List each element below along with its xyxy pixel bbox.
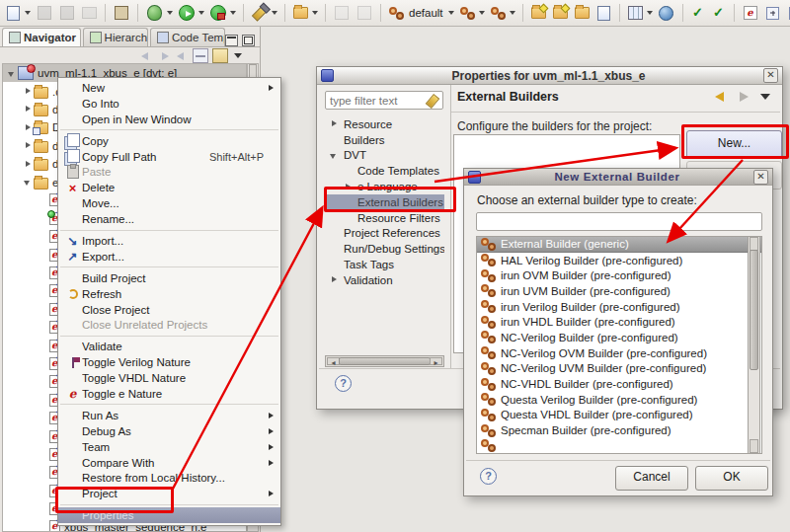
menu-item-run-as[interactable]: Run As [58,408,280,423]
menu-item-toggle-verilog-nature[interactable]: Toggle Verilog Nature [58,354,280,370]
expander-collapsed-icon[interactable] [23,104,34,114]
menu-item-properties[interactable]: Properties [58,507,280,523]
properties-dialog-titlebar[interactable]: Properties for uvm_ml-1.1_xbus_e ✕ [317,67,782,85]
menu-item-toggle-vhdl-nature[interactable]: Toggle VHDL Nature [58,370,280,386]
minimize-icon[interactable] [225,35,238,46]
ant-build-button[interactable] [112,3,131,23]
menu-item-new[interactable]: New [58,80,280,96]
link-editor-icon[interactable] [212,48,228,63]
expander-expanded-icon[interactable] [23,177,34,188]
properties-tree-item-external-builders[interactable]: External Builders [325,194,444,210]
expander-expanded-icon[interactable] [7,68,18,79]
help-button[interactable]: ? [335,375,352,392]
tab-code-templ[interactable]: Code Templ [150,28,225,46]
properties-tree-item-resource-filters[interactable]: Resource Filters [325,210,444,226]
close-icon[interactable]: ✕ [753,170,768,185]
builder-type-item[interactable]: irun UVM Builder (pre-configured) [477,283,761,299]
external-tools-button[interactable] [208,3,237,23]
menu-item-paste[interactable]: Paste [58,164,280,180]
builder-type-item[interactable]: NC-Verilog UVM Builder (pre-configured) [477,361,761,377]
menu-item-rename[interactable]: Rename... [58,211,280,227]
properties-tree-item-run-debug-settings[interactable]: Run/Debug Settings [325,241,444,257]
menu-item-toggle-e-nature[interactable]: eToggle e Nature [58,386,280,402]
builder-type-filter-input[interactable] [476,212,762,231]
builder-type-item[interactable]: Questa VHDL Builder (pre-configured) [477,408,761,423]
nav-forward-icon[interactable] [157,49,171,62]
ovm-check-button[interactable]: ✓ [710,4,728,22]
menu-item-team[interactable]: Team [58,439,280,455]
builder-type-list[interactable]: External Builder (generic)HAL Verilog Bu… [476,236,762,454]
chevron-down-icon[interactable] [272,11,277,15]
properties-tree-item-builders[interactable]: Builders [325,132,444,148]
menu-item-restore-from-local-history[interactable]: Restore from Local History... [58,470,280,486]
builder-type-item[interactable]: External Builder (generic) [477,237,761,253]
chevron-down-icon[interactable] [25,11,31,15]
expand-box-button[interactable] [763,3,783,23]
menu-item-validate[interactable]: Validate [58,339,280,354]
properties-tree-item-validation[interactable]: Validation [325,272,444,288]
filter-input[interactable] [325,91,443,110]
builder-type-item[interactable]: Questa Verilog Builder (pre-configured) [477,392,761,408]
view-menu-icon[interactable] [232,49,246,62]
builder-type-item[interactable] [477,438,761,454]
chevron-down-icon[interactable] [510,11,515,15]
view-menu-icon[interactable] [758,91,774,103]
menu-item-copy[interactable]: Copy [58,133,280,149]
forward-arrow-icon[interactable] [737,91,752,103]
cancel-button[interactable]: Cancel [615,466,688,491]
menu-item-build-project[interactable]: Build Project [58,270,280,286]
maximize-icon[interactable] [242,35,255,46]
builder-type-item[interactable]: NC-Verilog OVM Builder (pre-configured) [477,345,761,361]
properties-tree-item-e-language[interactable]: e Language [325,179,444,194]
chevron-down-icon[interactable] [230,11,236,15]
search-button[interactable] [250,4,278,23]
collapse-all-icon[interactable] [193,48,208,63]
scroll-down-icon[interactable] [750,439,758,453]
new-file-button[interactable] [594,4,613,23]
back-arrow-icon[interactable] [715,91,731,103]
tab-hierarchy[interactable]: Hierarchy [83,28,148,46]
scroll-right-icon[interactable]: ▸ [430,357,442,365]
menu-item-refresh[interactable]: Refresh [58,286,280,302]
expander-icon[interactable] [329,118,340,129]
diagram-button[interactable] [626,3,654,23]
uvm-check-button[interactable]: ✓ [689,4,707,22]
run-button[interactable] [177,3,205,23]
ok-button[interactable]: OK [695,466,768,491]
builder-type-item[interactable]: irun Verilog Builder (pre-configured) [477,299,761,315]
menu-item-import[interactable]: ↘Import... [58,233,280,249]
builder-type-item[interactable]: NC-Verilog Builder (pre-configured) [477,330,761,345]
builder-type-item[interactable]: irun VHDL Builder (pre-configured) [477,314,761,330]
menu-item-open-in-new-window[interactable]: Open in New Window [58,112,280,127]
expander-collapsed-icon[interactable] [23,140,34,151]
nav-back-icon[interactable] [139,49,153,62]
expander-collapsed-icon[interactable] [23,86,34,97]
menu-item-debug-as[interactable]: Debug As [58,423,280,439]
tab-close-icon[interactable]: ✕ [80,33,81,43]
chevron-down-icon[interactable] [198,11,204,15]
new-wizard-button[interactable] [4,4,32,23]
scroll-up-icon[interactable] [750,237,758,251]
menu-item-project[interactable]: Project [58,486,280,501]
scroll-up-icon[interactable] [249,64,257,78]
builder-type-item[interactable]: irun OVM Builder (pre-configured) [477,267,761,283]
menu-item-move[interactable]: Move... [58,195,280,211]
help-button[interactable]: ? [480,468,497,485]
run-config-button[interactable] [458,5,486,22]
chevron-down-icon[interactable] [167,11,173,15]
build-config-button[interactable]: default [387,5,455,22]
properties-tree-item-task-tags[interactable]: Task Tags [325,257,444,272]
expand-box2-button[interactable] [786,3,790,23]
new-folder-p-button[interactable] [551,3,570,23]
menu-item-export[interactable]: ↗Export... [58,249,280,265]
new-builder-dialog-titlebar[interactable]: New External Builder ✕ [464,169,772,186]
chevron-down-icon[interactable] [479,11,485,15]
menu-item-compare-with[interactable]: Compare With [58,455,280,471]
properties-tree-item-project-references[interactable]: Project References [325,226,444,242]
scrollbar-thumb[interactable] [339,357,431,365]
menu-item-go-into[interactable]: Go Into [58,96,280,112]
e-console-button[interactable]: e [741,3,760,23]
menu-item-close-project[interactable]: Close Project [58,302,280,318]
nav-up-icon[interactable] [175,49,189,62]
properties-tree-item-resource[interactable]: Resource [325,116,444,132]
